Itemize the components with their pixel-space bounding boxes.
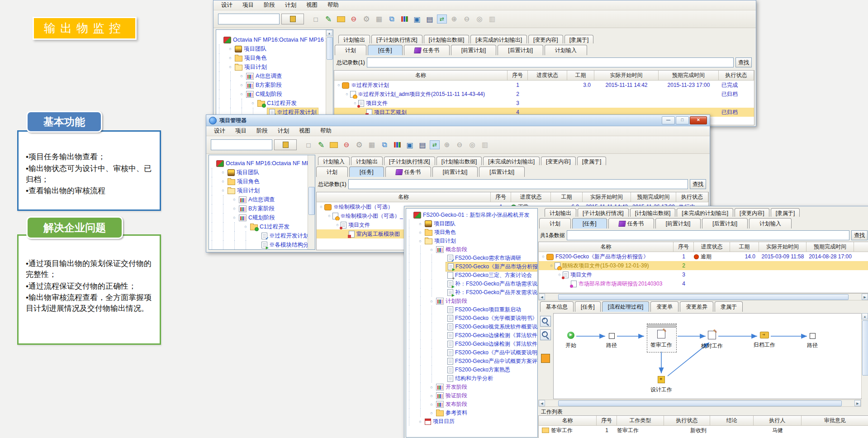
tab-任务[interactable]: [任务] [575,301,601,312]
table-row[interactable]: 市场部吊牌市场调研报告201403034 [539,279,868,288]
tab-未完成的计划输出[interactable]: [未完成的计划输出] [483,157,540,165]
column-header[interactable]: 结论 [710,416,754,425]
workflow-canvas[interactable]: 开始 路径 签审工作 校对工作 归档工作 路径 设计工作 [553,313,862,399]
tab-子计划执行情况[interactable]: [子计划执行情况] [371,35,422,43]
column-header[interactable]: 名称 [539,416,597,425]
tree-item[interactable]: ※过程开发计划 [209,231,315,240]
tree-item[interactable]: ○项目团队 [406,219,537,228]
column-header[interactable]: 进度状态 [511,192,551,202]
menu-item[interactable]: 项目 [230,126,251,136]
tree-item[interactable]: FS200-Gecko方案熟悉 [406,366,537,374]
tree-item[interactable]: ○开发阶段 [406,383,537,391]
tree-item[interactable]: ○C规划阶段 [209,213,315,222]
tab-基本信息[interactable]: 基本信息 [540,301,574,312]
table-hscrollbar[interactable]: ◀ ▶ [538,293,868,300]
menu-item[interactable]: 项目 [237,0,259,10]
row-expander-icon[interactable]: ○ [541,254,546,259]
tab-后置计划[interactable]: [后置计划] [498,45,543,55]
filter-input[interactable] [367,57,734,67]
new-document-icon[interactable] [310,14,321,24]
tree-expander-icon[interactable]: ○ [417,230,423,235]
tab-计划输出数据[interactable]: [计划输出数据] [436,157,482,165]
maximize-button[interactable]: □ [676,116,689,124]
preview-monitor-icon[interactable] [412,14,422,24]
delete-document-icon[interactable] [341,139,352,150]
menu-item[interactable]: 阶段 [251,126,273,136]
column-header[interactable]: 序号 [491,192,511,202]
column-header[interactable] [854,242,868,252]
tree-item[interactable]: ○C1过程开发 [209,222,315,231]
tab-计划[interactable]: 计划 [539,218,571,229]
workflow-node-path1[interactable]: 路径 [604,332,619,349]
tree-expander-icon[interactable]: ○ [429,299,434,304]
tree-item[interactable]: ○项目计划 [216,62,333,71]
zoom-in-icon[interactable] [441,139,452,150]
column-header[interactable]: 执行人 [754,416,802,425]
tree-item[interactable]: FS200-Gecko《光学概要说明书》 [406,314,537,323]
scroll-right-icon[interactable]: ▶ [854,400,861,406]
menu-item[interactable]: 帮助 [323,0,344,10]
column-header[interactable]: 执行状态 [719,71,754,80]
tree-item[interactable]: 补：FS200-Gecko产品开发需求说明书 [406,288,537,297]
workflow-hscrollbar[interactable]: ◀ ▶ [538,400,861,407]
tree-item[interactable]: FS200-Gecko-01：新型吊牌小张品检机开发 [406,211,537,219]
tab-变更差异[interactable]: 变更差异 [680,301,713,312]
tree-expander-icon[interactable]: ○ [239,92,244,96]
tab-隶属于[interactable]: [隶属于] [564,35,594,43]
tree-expander-icon[interactable]: ○ [417,222,423,226]
tree-item[interactable]: FS200-Gecko需求市场调研 [406,254,537,262]
tree-expander-icon[interactable]: ○ [232,197,237,202]
tree-item[interactable]: ○项目团队 [209,168,315,177]
table-row[interactable]: ○项目文件3 [539,270,868,279]
gears-icon[interactable] [361,14,372,24]
tab-计划输出[interactable]: 计划输出 [338,35,370,43]
plugin-icon[interactable] [366,139,377,150]
tree-item[interactable]: ○概念阶段 [406,245,537,254]
menu-item[interactable]: 视图 [294,126,315,136]
search-input[interactable] [211,139,272,150]
row-expander-icon[interactable]: ○ [549,263,554,268]
tree-scrollbar[interactable] [308,155,315,249]
tree-expander-icon[interactable]: ○ [429,411,434,415]
tree-item[interactable]: FS200-Gecko项目重新启动 [406,305,537,314]
tab-任务书[interactable]: 任务书 [404,45,450,55]
tree-expander-icon[interactable]: ○ [429,248,434,252]
tree-expander-icon[interactable]: ○ [232,206,237,211]
row-expander-icon[interactable]: ○ [557,272,562,277]
workflow-node-archive[interactable]: 归档工作 [753,331,776,349]
tree-expander-icon[interactable]: ○ [239,83,244,87]
column-header[interactable]: 实际开始时间 [583,192,631,202]
scrollbar-thumb[interactable] [327,37,333,60]
zoom-out-icon[interactable] [454,139,465,150]
tree-expander-icon[interactable]: ○ [429,385,434,390]
org-chart-icon[interactable] [392,139,403,150]
tree-expander-icon[interactable]: ○ [243,224,248,229]
column-header[interactable]: 执行状态 [676,192,708,202]
tree-item[interactable]: ○C1过程开发 [216,99,333,108]
scroll-left-icon[interactable]: ◀ [539,400,545,406]
open-folder-icon[interactable] [328,139,339,150]
report-document-icon[interactable] [424,14,435,24]
column-header[interactable]: 序号 [674,242,694,252]
tab-任务[interactable]: [任务] [349,167,384,177]
workflow-node-design[interactable]: 设计工作 [650,376,673,394]
tab-变更内容[interactable]: [变更内容] [735,208,769,217]
column-header[interactable]: 工期 [567,71,594,80]
refresh-monitor-icon[interactable] [437,14,447,24]
tab-计划[interactable]: 计划 [316,167,348,177]
tab-任务[interactable]: [任务] [368,45,403,55]
tab-隶属于[interactable]: [隶属于] [577,157,607,165]
tab-变更单[interactable]: 变更单 [650,301,678,312]
tree-expander-icon[interactable]: ○ [228,65,233,69]
row-expander-icon[interactable]: ○ [352,101,358,105]
tab-子计划执行情况[interactable]: [子计划执行情况] [578,208,629,217]
tree-item[interactable]: ○验证阶段 [406,391,537,400]
row-expander-icon[interactable]: ○ [327,214,332,218]
row-expander-icon[interactable]: ○ [344,92,350,96]
tree-item[interactable]: ○项目团队 [216,44,333,53]
find-button[interactable]: 查找 [690,179,706,189]
tab-后置计划[interactable]: [后置计划] [479,167,525,177]
tab-任务书[interactable]: 任务书 [385,167,431,177]
tree-expander-icon[interactable]: ○ [417,239,423,243]
worklist-row[interactable]: 签审工作1签审工作新收到马健 [539,426,868,435]
